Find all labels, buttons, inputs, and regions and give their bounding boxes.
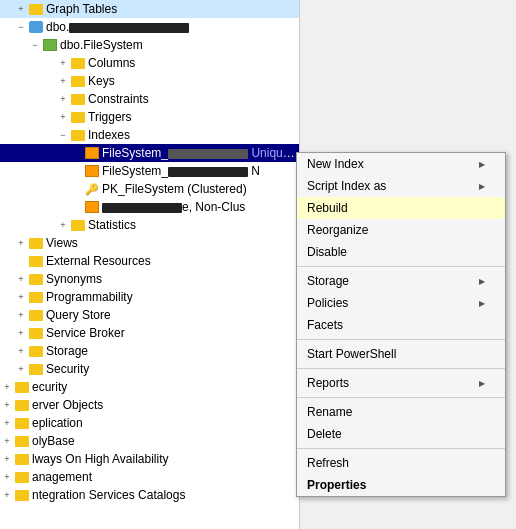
tree-item-filesystem-idx2[interactable]: FileSystem_ N [0,162,299,180]
menu-item-refresh[interactable]: Refresh [297,452,505,474]
expand-icon[interactable] [56,218,70,232]
menu-item-rename[interactable]: Rename [297,401,505,423]
folder-icon [14,452,30,466]
tree-item-integration-services[interactable]: ntegration Services Catalogs [0,486,299,504]
menu-item-rebuild[interactable]: Rebuild [297,197,505,219]
folder-icon [28,236,44,250]
tree-item-query-store[interactable]: Query Store [0,306,299,324]
submenu-arrow-icon: ▶ [479,160,485,169]
item-label: Columns [88,56,297,70]
item-label: FileSystem_ Unique_Non-Clustered [102,146,297,160]
expand-icon[interactable] [28,38,42,52]
tree-item-security[interactable]: Security [0,360,299,378]
expand-icon[interactable] [56,56,70,70]
menu-item-delete[interactable]: Delete [297,423,505,445]
folder-icon [70,74,86,88]
expand-icon[interactable] [56,128,70,142]
tree-item-dbo-filesystem[interactable]: dbo.FileSystem [0,36,299,54]
expand-icon[interactable] [0,380,14,394]
tree-item-constraints[interactable]: Constraints [0,90,299,108]
folder-icon [70,218,86,232]
folder-icon [70,110,86,124]
expand-icon[interactable] [14,272,28,286]
tree-item-external-resources[interactable]: External Resources [0,252,299,270]
expand-icon[interactable] [56,92,70,106]
table-icon [42,38,58,52]
menu-item-label: Facets [307,318,343,332]
index-icon [84,146,100,160]
expand-icon[interactable] [14,20,28,34]
tree-item-storage[interactable]: Storage [0,342,299,360]
tree-item-management[interactable]: anagement [0,468,299,486]
item-label: Views [46,236,297,250]
item-label: Triggers [88,110,297,124]
tree-item-dbo[interactable]: dbo. [0,18,299,36]
expand-icon[interactable] [0,416,14,430]
tree-item-service-broker[interactable]: Service Broker [0,324,299,342]
tree-item-polybase[interactable]: olyBase [0,432,299,450]
expand-icon[interactable] [56,110,70,124]
tree-item-statistics[interactable]: Statistics [0,216,299,234]
tree-item-security2[interactable]: ecurity [0,378,299,396]
tree-item-always-on[interactable]: lways On High Availability [0,450,299,468]
index-icon [84,200,100,214]
menu-item-label: Rename [307,405,352,419]
object-explorer-tree[interactable]: Graph Tables dbo. dbo.FileSystem Columns… [0,0,300,529]
menu-item-reorganize[interactable]: Reorganize [297,219,505,241]
expand-icon[interactable] [14,290,28,304]
item-label: dbo. [46,20,297,34]
db-icon [28,20,44,34]
folder-icon [28,326,44,340]
tree-item-filesystem-idx3[interactable]: e, Non-Clus [0,198,299,216]
item-label: External Resources [46,254,297,268]
item-label: PK_FileSystem (Clustered) [102,182,297,196]
menu-item-storage[interactable]: Storage ▶ [297,270,505,292]
expand-icon[interactable] [0,488,14,502]
folder-icon [70,128,86,142]
tree-item-filesystem-idx1[interactable]: FileSystem_ Unique_Non-Clustered [0,144,299,162]
tree-item-indexes[interactable]: Indexes [0,126,299,144]
expand-icon[interactable] [0,452,14,466]
tree-item-programmability[interactable]: Programmability [0,288,299,306]
menu-separator-3 [297,368,505,369]
tree-item-columns[interactable]: Columns [0,54,299,72]
item-label: anagement [32,470,297,484]
expand-icon[interactable] [14,308,28,322]
menu-item-policies[interactable]: Policies ▶ [297,292,505,314]
expand-icon[interactable] [14,344,28,358]
tree-item-replication[interactable]: eplication [0,414,299,432]
menu-item-label: Reorganize [307,223,368,237]
menu-item-start-powershell[interactable]: Start PowerShell [297,343,505,365]
expand-icon[interactable] [14,236,28,250]
expand-icon[interactable] [14,2,28,16]
tree-item-keys[interactable]: Keys [0,72,299,90]
tree-item-synonyms[interactable]: Synonyms [0,270,299,288]
folder-icon [28,290,44,304]
expand-icon[interactable] [14,362,28,376]
menu-item-label: Storage [307,274,349,288]
submenu-arrow-icon: ▶ [479,299,485,308]
tree-item-graph-tables[interactable]: Graph Tables [0,0,299,18]
tree-item-pk-filesystem[interactable]: 🔑 PK_FileSystem (Clustered) [0,180,299,198]
menu-item-properties[interactable]: Properties [297,474,505,496]
expand-icon[interactable] [0,470,14,484]
menu-item-facets[interactable]: Facets [297,314,505,336]
expand-icon[interactable] [0,434,14,448]
menu-item-script-index-as[interactable]: Script Index as ▶ [297,175,505,197]
menu-item-new-index[interactable]: New Index ▶ [297,153,505,175]
folder-icon [70,56,86,70]
tree-item-triggers[interactable]: Triggers [0,108,299,126]
expand-icon[interactable] [14,326,28,340]
folder-icon [14,416,30,430]
tree-item-views[interactable]: Views [0,234,299,252]
expand-icon[interactable] [0,398,14,412]
menu-item-disable[interactable]: Disable [297,241,505,263]
menu-item-reports[interactable]: Reports ▶ [297,372,505,394]
item-label: e, Non-Clus [102,200,297,214]
expand-icon[interactable] [56,74,70,88]
item-label: Storage [46,344,297,358]
item-label: erver Objects [32,398,297,412]
item-label: Synonyms [46,272,297,286]
folder-icon [14,398,30,412]
tree-item-server-objects[interactable]: erver Objects [0,396,299,414]
